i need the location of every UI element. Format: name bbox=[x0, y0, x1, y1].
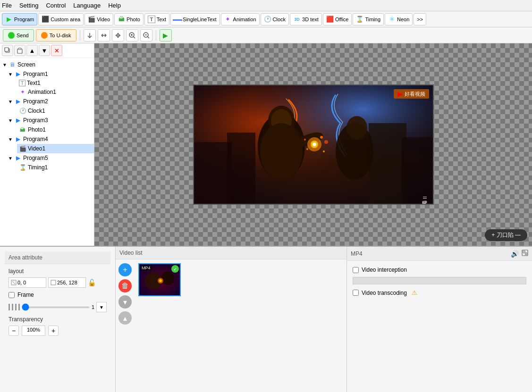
settings-icon bbox=[522, 250, 528, 256]
lock-icon[interactable]: 🔓 bbox=[88, 279, 96, 286]
toolbar-text[interactable]: T Text bbox=[144, 13, 169, 25]
program2-icon: ▶ bbox=[14, 98, 22, 105]
toolbar-video[interactable]: 🎬 Video bbox=[84, 13, 113, 25]
custom-area-icon: ⬛ bbox=[42, 16, 49, 23]
program4-expand-icon[interactable]: ▼ bbox=[8, 136, 13, 142]
toolbar-photo[interactable]: 🏔 Photo bbox=[114, 13, 144, 25]
program2-expand-icon[interactable]: ▼ bbox=[8, 99, 13, 104]
area-attribute-title: Area attribute bbox=[5, 251, 110, 264]
toolbar-neon[interactable]: ✳ Neon bbox=[385, 13, 413, 25]
lp-down-button[interactable]: ▼ bbox=[39, 45, 50, 56]
toolbar-office[interactable]: 🟥 Office bbox=[323, 13, 352, 25]
lp-delete-button[interactable]: ✕ bbox=[51, 45, 62, 56]
svg-point-29 bbox=[306, 148, 308, 150]
toolbar-photo-label: Photo bbox=[127, 17, 140, 22]
transparency-plus-button[interactable]: + bbox=[48, 325, 59, 336]
zoom-in-button[interactable] bbox=[126, 29, 138, 42]
singlelinetext-icon: ▬▬ bbox=[174, 16, 181, 23]
video-up-button[interactable]: ▴ bbox=[118, 311, 132, 325]
frame-checkbox[interactable] bbox=[8, 292, 15, 298]
brand-play-icon: ▶ bbox=[397, 90, 403, 98]
tree-item-animation1[interactable]: ✦ Animation1 bbox=[17, 87, 94, 97]
screen-icon: 🖥 bbox=[8, 61, 16, 68]
frame-dropdown[interactable]: ▼ bbox=[96, 302, 107, 312]
tree-item-program5[interactable]: ▼ ▶ Program5 bbox=[6, 153, 94, 163]
transparency-minus-button[interactable]: − bbox=[8, 325, 19, 336]
svg-rect-43 bbox=[525, 253, 527, 255]
mp4-settings-icon[interactable] bbox=[522, 250, 528, 258]
tree-item-timing1[interactable]: ⌛ Timing1 bbox=[17, 163, 94, 172]
3dtext-icon: 3D bbox=[293, 16, 301, 23]
program5-expand-icon[interactable]: ▼ bbox=[8, 155, 13, 161]
mp4-volume-icon[interactable]: 🔊 bbox=[511, 250, 519, 258]
svg-point-24 bbox=[346, 116, 367, 140]
animation-icon: ✦ bbox=[224, 16, 232, 23]
video-interception-checkbox[interactable] bbox=[353, 267, 359, 273]
tree-item-program3[interactable]: ▼ ▶ Program3 bbox=[6, 116, 94, 125]
toolbar-timing[interactable]: ⌛ Timing bbox=[353, 13, 384, 25]
toolbar-animation[interactable]: ✦ Animation bbox=[221, 13, 260, 25]
frame-label: Frame bbox=[17, 292, 34, 298]
lp-paste-button[interactable] bbox=[14, 45, 25, 56]
video-delete-button[interactable]: 🗑 bbox=[118, 279, 132, 292]
warning-icon: ⚠ bbox=[412, 289, 417, 296]
move-horizontal-button[interactable] bbox=[98, 29, 110, 42]
zoom-out-button[interactable] bbox=[140, 29, 152, 42]
coord-size-icon bbox=[51, 280, 56, 285]
video-thumb-1[interactable]: MP4 ✓ bbox=[138, 263, 181, 296]
toolbar-more[interactable]: >> bbox=[414, 13, 426, 25]
slider-marker2 bbox=[12, 304, 13, 310]
toolbar-3dtext[interactable]: 3D 3D text bbox=[290, 13, 322, 25]
screen-label: Screen bbox=[17, 61, 35, 68]
coord-xy-box[interactable] bbox=[8, 277, 46, 288]
toolbar-timing-label: Timing bbox=[365, 17, 380, 22]
screen-expand-icon[interactable]: ▼ bbox=[2, 62, 8, 67]
to-udisk-button[interactable]: To U-disk bbox=[36, 29, 76, 42]
send-button[interactable]: Send bbox=[3, 29, 34, 42]
video-transcoding-row: Video transcoding ⚠ bbox=[353, 289, 526, 296]
move-down-button[interactable] bbox=[84, 29, 96, 42]
menu-control[interactable]: Control bbox=[46, 2, 66, 9]
coord-size-box[interactable] bbox=[48, 277, 86, 288]
animation1-icon: ✦ bbox=[19, 88, 26, 96]
timing1-icon: ⌛ bbox=[19, 164, 26, 171]
toolbar-program[interactable]: ▶ Program bbox=[2, 13, 37, 25]
slider-marker3 bbox=[15, 304, 17, 310]
video-add-button[interactable]: + bbox=[118, 263, 132, 276]
tree-item-text1[interactable]: T Text1 bbox=[17, 79, 94, 87]
tree-item-clock1[interactable]: 🕐 Clock1 bbox=[17, 106, 94, 116]
toolbar-clock[interactable]: 🕐 Clock bbox=[261, 13, 289, 25]
video-down-button[interactable]: ▾ bbox=[118, 295, 132, 309]
send-icon bbox=[8, 32, 15, 39]
coord-size-input[interactable] bbox=[57, 280, 78, 285]
toolbar-singlelinetext[interactable]: ▬▬ SingleLineText bbox=[170, 13, 220, 25]
tree: ▼ 🖥 Screen ▼ ▶ Program1 T Text1 ✦ Animat… bbox=[0, 58, 94, 246]
lp-up-button[interactable]: ▲ bbox=[26, 45, 38, 56]
lp-copy-button[interactable] bbox=[2, 45, 13, 56]
tree-item-program2[interactable]: ▼ ▶ Program2 bbox=[6, 97, 94, 106]
frame-slider[interactable] bbox=[22, 307, 90, 308]
zoom-control[interactable]: + 刀口陷 — bbox=[485, 229, 527, 241]
tree-item-program1[interactable]: ▼ ▶ Program1 bbox=[6, 69, 94, 79]
video-icon: 🎬 bbox=[88, 16, 95, 23]
coord-xy-input[interactable] bbox=[17, 280, 38, 285]
video-transcoding-checkbox[interactable] bbox=[353, 290, 359, 296]
tree-item-photo1[interactable]: 🏔 Photo1 bbox=[17, 125, 94, 134]
svg-rect-16 bbox=[369, 123, 406, 205]
svg-point-32 bbox=[324, 140, 328, 144]
menu-help[interactable]: Help bbox=[108, 2, 121, 9]
toolbar-custom-area[interactable]: ⬛ Custom area bbox=[38, 13, 84, 25]
video-interception-progress[interactable] bbox=[353, 277, 526, 284]
tree-item-video1[interactable]: 🎬 Video1 bbox=[17, 144, 94, 153]
program1-expand-icon[interactable]: ▼ bbox=[8, 71, 13, 77]
menu-setting[interactable]: Setting bbox=[19, 2, 38, 9]
menu-language[interactable]: Language bbox=[73, 2, 101, 9]
program3-expand-icon[interactable]: ▼ bbox=[8, 117, 13, 123]
tree-item-screen[interactable]: ▼ 🖥 Screen bbox=[0, 60, 94, 69]
menu-file[interactable]: File bbox=[2, 2, 12, 9]
move-all-button[interactable] bbox=[112, 29, 124, 42]
play-button[interactable]: ▶ bbox=[160, 29, 172, 42]
svg-point-28 bbox=[320, 136, 323, 139]
tree-item-program4[interactable]: ▼ ▶ Program4 bbox=[6, 134, 94, 144]
svg-point-31 bbox=[304, 139, 306, 141]
